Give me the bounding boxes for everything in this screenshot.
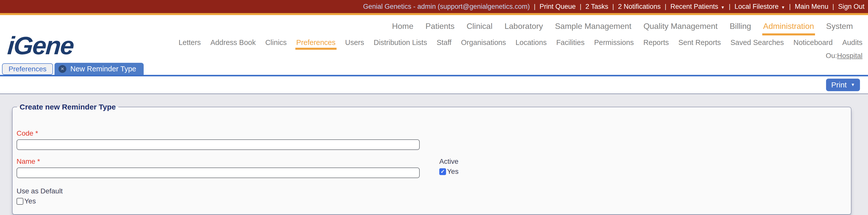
local-filestore-menu[interactable]: Local Filestore▼ [734,3,785,10]
print-queue-link[interactable]: Print Queue [539,3,576,10]
chevron-down-icon: ▼ [781,5,785,9]
create-reminder-type-panel: Create new Reminder Type Code * Name * [12,103,851,215]
code-label: Code * [17,129,420,137]
tab-label: Preferences [8,65,46,73]
recent-patients-label: Recent Patients [670,3,718,10]
nav-sample-management[interactable]: Sample Management [555,22,631,31]
tab-preferences[interactable]: Preferences [2,63,53,75]
close-icon[interactable]: ✕ [59,65,66,73]
separator: | [612,3,614,10]
tab-label: New Reminder Type [70,65,136,73]
separator: | [534,3,535,10]
active-option-label: Yes [447,167,459,176]
subnav-preferences[interactable]: Preferences [297,38,336,47]
subnav-sent-reports[interactable]: Sent Reports [678,38,721,47]
print-button[interactable]: Print ▼ [826,79,860,91]
nav-home[interactable]: Home [392,22,413,31]
subnav-audits[interactable]: Audits [842,38,863,47]
nav-patients[interactable]: Patients [426,22,455,31]
separator: | [789,3,791,10]
active-checkbox[interactable]: ✓ [439,168,446,175]
separator: | [580,3,582,10]
accent-stripe [0,13,868,15]
org-unit-row: Ou:Hospital [826,47,868,60]
subnav-staff[interactable]: Staff [436,38,451,47]
org-unit-link[interactable]: Hospital [837,52,863,60]
tab-new-reminder-type[interactable]: ✕ New Reminder Type [55,63,144,75]
subnav-distribution-lists[interactable]: Distribution Lists [374,38,427,47]
sign-out-link[interactable]: Sign Out [838,3,865,10]
separator: | [664,3,666,10]
toolbar: Print ▼ [0,76,868,93]
nav-system[interactable]: System [826,22,853,31]
active-label: Active [439,157,459,165]
chevron-down-icon: ▼ [851,82,855,87]
igene-logo: iGene [6,31,74,60]
main-menu-link[interactable]: Main Menu [795,3,829,10]
name-input[interactable] [17,167,420,178]
subnav-address-book[interactable]: Address Book [211,38,256,47]
panel-title: Create new Reminder Type [17,103,118,111]
main-nav: Home Patients Clinical Laboratory Sample… [392,15,868,31]
nav-quality-management[interactable]: Quality Management [644,22,718,31]
top-status-bar: Genial Genetics - admin (support@genialg… [0,0,868,13]
separator: | [832,3,834,10]
name-label: Name * [17,157,420,165]
use-as-default-option-label: Yes [24,197,36,205]
subnav-reports[interactable]: Reports [643,38,669,47]
nav-clinical[interactable]: Clinical [467,22,493,31]
check-icon: ✓ [440,168,445,175]
required-marker: * [37,157,40,165]
logged-in-user: Genial Genetics - admin (support@genialg… [363,3,530,10]
subnav-saved-searches[interactable]: Saved Searches [731,38,784,47]
nav-laboratory[interactable]: Laboratory [504,22,543,31]
notifications-link[interactable]: 2 Notifications [618,3,661,10]
subnav-noticeboard[interactable]: Noticeboard [794,38,833,47]
required-marker: * [35,129,38,137]
content-area: Create new Reminder Type Code * Name * [0,93,868,209]
nav-administration[interactable]: Administration [763,22,814,31]
recent-patients-menu[interactable]: Recent Patients▼ [670,3,724,10]
tasks-link[interactable]: 2 Tasks [585,3,608,10]
subnav-organisations[interactable]: Organisations [461,38,506,47]
print-label: Print [831,81,847,89]
chevron-down-icon: ▼ [721,5,725,9]
subnav-facilities[interactable]: Facilities [556,38,585,47]
subnav-permissions[interactable]: Permissions [594,38,634,47]
code-input[interactable] [17,140,420,150]
header: iGene Home Patients Clinical Laboratory … [0,15,868,93]
subnav-clinics[interactable]: Clinics [265,38,286,47]
local-filestore-label: Local Filestore [734,3,779,10]
use-as-default-label: Use as Default [17,187,420,195]
org-unit-label: Ou: [826,52,837,60]
subnav-letters[interactable]: Letters [179,38,201,47]
subnav-users[interactable]: Users [345,38,364,47]
nav-billing[interactable]: Billing [730,22,751,31]
subnav-locations[interactable]: Locations [516,38,547,47]
separator: | [729,3,731,10]
use-as-default-checkbox[interactable] [17,198,23,205]
tab-bar: Preferences ✕ New Reminder Type [0,63,868,76]
